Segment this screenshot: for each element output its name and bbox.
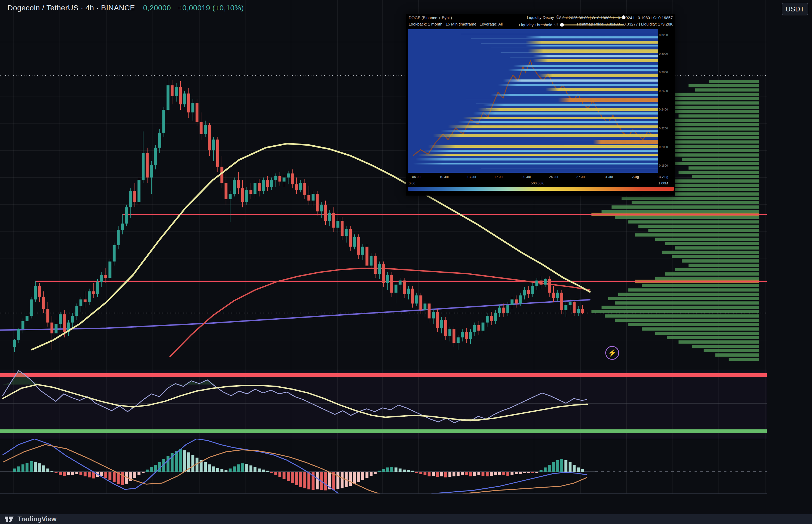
heatmap-date-label: 10 Jul [440,175,449,179]
heatmap-ytick: 0.2200 [659,127,668,130]
heatmap-ytick: 0.1800 [659,164,668,167]
heatmap-ytick: 0.2800 [659,71,668,74]
heatmap-date-label: 24 Jul [549,175,558,179]
heatmap-scale-min: 0.00 [409,181,415,185]
heatmap-ytick: 0.2000 [659,145,668,149]
liquidity-band [433,134,658,137]
liquidity-band [428,145,658,148]
heatmap-price-liquidity-text: Heatmap Price: 0.32100 - 0.33277 | Liqui… [577,22,673,26]
heatmap-ytick: 0.3200 [659,33,668,37]
liquidity-band [533,59,658,62]
liquidity-band [593,140,658,144]
liquidity-decay-label: Liquidity Decay [527,15,554,20]
liquidity-band [463,117,658,119]
heatmap-date-label: 20 Jul [521,175,531,179]
liquidity-band [526,45,658,46]
liquidity-band [478,108,658,111]
liquidity-band [458,121,658,123]
liquidity-band [528,49,658,53]
liquidity-band [546,88,658,91]
heatmap-ytick: 0.2600 [659,89,668,93]
rsi-pane[interactable] [0,370,767,439]
heatmap-ohlc-text: 18 Jul 2025 08:00 | O: 0.19809 H: 0.1992… [557,15,673,20]
heatmap-date-label: Aug [632,175,639,179]
info-icon: ⓘ [554,22,558,27]
macd-pane[interactable] [0,439,767,494]
pane-divider[interactable] [0,439,812,439]
symbol-header[interactable]: Dogecoin / TetherUS · 4h · BINANCE 0,200… [7,4,244,12]
time-axis[interactable]: 11131517192123252729Aug35791113 [0,494,812,514]
tradingview-logo[interactable] [5,516,14,522]
heatmap-date-label: 06 Jul [412,175,421,179]
liquidity-band [498,84,658,86]
heatmap-date-label: 27 Jul [576,175,586,179]
liquidity-band [508,69,658,71]
heatmap-plot[interactable] [408,29,658,173]
liquidity-band [558,98,658,102]
heatmap-date-label: 13 Jul [467,175,476,179]
liquidity-band [448,126,658,128]
heatmap-scale-max: 1.00M [659,181,668,185]
lightning-icon[interactable]: ⚡ [605,346,619,360]
heatmap-settings-text: Lookback: 1 month | 15 Min timeframe | L… [409,22,503,26]
liquidity-band [416,158,658,161]
liquidity-band [483,104,658,106]
liquidity-band [441,130,658,132]
tradingview-brand-text[interactable]: TradingView [18,515,56,523]
liquidity-band [503,79,658,82]
heatmap-header: DOGE (Binance + Bybit) Lookback: 1 month… [406,14,675,29]
liquidity-band [418,154,658,156]
liquidity-band [526,36,658,38]
heatmap-date-label: 17 Jul [494,175,503,179]
slider-knob[interactable] [560,23,564,27]
symbol-title[interactable]: Dogecoin / TetherUS · 4h · BINANCE [7,4,135,12]
heatmap-scale-mid: 500.00K [531,181,544,185]
liquidity-band [533,55,658,56]
liquidity-band [513,65,658,67]
price-change: +0,00019 (+0,10%) [178,4,244,12]
liquidity-threshold-label: Liquidity Threshold [519,22,552,27]
liquidity-band [526,40,658,44]
heatmap-date-label: 04 Aug [658,175,668,179]
liquidity-band [491,94,658,96]
heatmap-ytick: 0.3000 [659,52,668,55]
heatmap-ytick: 0.2400 [659,108,668,111]
heatmap-price-scale: 0.32000.30000.28000.26000.24000.22000.20… [659,29,674,173]
footer-bar: TradingView [0,514,812,524]
tradingview-app: Dogecoin / TetherUS · 4h · BINANCE 0,200… [0,0,812,524]
last-price: 0,20000 [143,4,171,12]
liquidity-heatmap-overlay[interactable]: DOGE (Binance + Bybit) Lookback: 1 month… [406,14,675,196]
price-axis[interactable]: 0,300000,290000,280000,270000,260000,250… [767,0,812,494]
heatmap-date-label: 31 Jul [604,175,613,179]
heatmap-title: DOGE (Binance + Bybit) [409,15,452,20]
pane-divider[interactable] [0,370,812,370]
liquidity-band [413,163,658,164]
heatmap-color-scale [408,187,674,191]
liquidity-band [538,73,658,77]
liquidity-band [423,150,658,152]
liquidity-band [473,112,658,115]
quote-currency-button[interactable]: USDT [782,3,808,15]
